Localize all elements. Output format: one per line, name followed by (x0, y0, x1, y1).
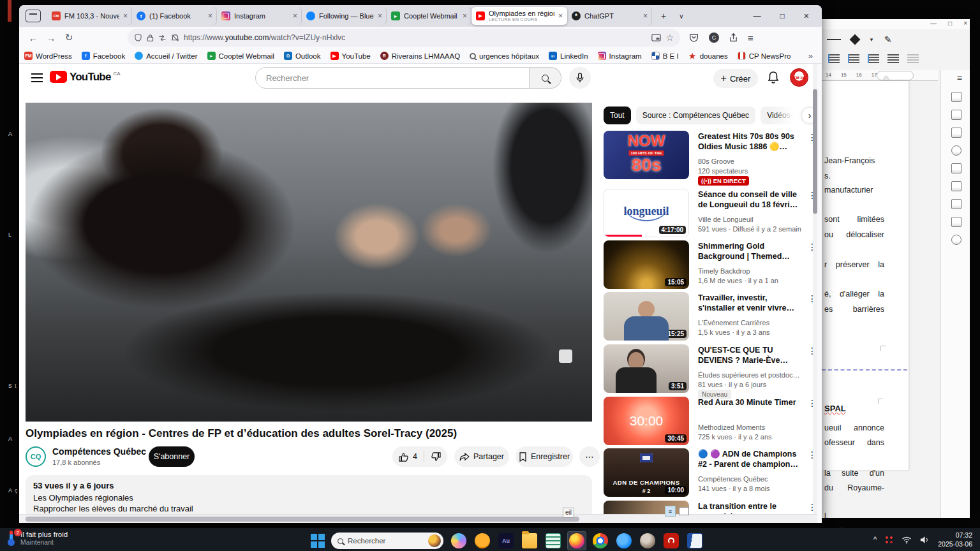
taskbar-app-button[interactable]: Au (496, 531, 516, 550)
suggested-video[interactable]: ADN DE CHAMPIONS # 2 10:00 🔵 🟣 ADN de Ch… (604, 448, 817, 498)
indent-increase-icon[interactable] (828, 54, 840, 63)
permissions-icon[interactable] (158, 34, 167, 41)
document-text-line[interactable]: ofesseur dans (824, 438, 884, 447)
writer-ruler[interactable]: 141516171819 (822, 70, 938, 81)
overlay-window-icon[interactable] (679, 507, 689, 515)
taskbar-app-button[interactable] (591, 531, 610, 550)
page-scrollbar-track[interactable] (813, 64, 817, 514)
thumbs-up-icon[interactable] (399, 452, 409, 462)
document-text-line[interactable]: Jean-François (824, 156, 884, 165)
suggested-video-title[interactable]: Séance du conseil de ville de Longueuil … (698, 189, 800, 210)
suggested-video-title[interactable]: Red Aura 30 Minute Timer (698, 397, 800, 408)
back-button[interactable]: ← (24, 33, 42, 43)
taskbar-app-button[interactable] (449, 531, 468, 550)
bookmark-item[interactable]: ▸ Cooptel Webmail (207, 52, 274, 60)
lock-icon[interactable] (147, 34, 154, 42)
sidebar-menu-icon[interactable]: ≡ (957, 73, 962, 83)
indent-marker-icon[interactable] (883, 76, 889, 80)
chevron-down-icon[interactable]: ▼ (869, 37, 874, 43)
video-thumbnail[interactable]: longueuil 4:17:00 (604, 189, 689, 237)
search-button[interactable] (530, 67, 561, 89)
browser-tab[interactable]: ▸ Cooptel Webmail :: Bo × (387, 7, 471, 25)
suggested-video-title[interactable]: Shimmering Gold Background | Themed Part… (698, 241, 800, 262)
properties-panel-icon[interactable] (951, 92, 961, 102)
suggested-video[interactable]: NOW 100 HITS OF THE 80s Greatest Hits 70… (604, 131, 817, 180)
ruler-tabstop[interactable] (877, 71, 914, 80)
bookmark-item[interactable]: Accueil / Twitter (135, 52, 197, 60)
suggested-video-title[interactable]: 🔵 🟣 ADN de Champions #2 - Parent de cham… (698, 449, 800, 470)
browser-tab[interactable]: ▶ Olympiades en région LECTURE EN COURS … (471, 7, 567, 25)
taskbar-app-button[interactable] (638, 531, 657, 550)
bookmark-item[interactable]: ★ douanes (688, 52, 728, 60)
bookmark-item[interactable]: f Facebook (82, 52, 126, 60)
shield-icon[interactable] (134, 33, 142, 42)
gallery-icon[interactable] (951, 128, 961, 138)
video-thumbnail[interactable] (604, 501, 689, 514)
taskbar-search-input[interactable]: Rechercher (331, 533, 443, 549)
window-close-button[interactable]: × (804, 11, 809, 21)
security-tray-icon[interactable] (885, 536, 893, 544)
window-minimize-button[interactable]: — (754, 11, 761, 20)
paragraph-spacing-icon[interactable] (887, 54, 899, 63)
subscribe-button[interactable]: S'abonner (149, 446, 195, 467)
page-panel-icon[interactable] (951, 163, 961, 173)
suggested-video-title[interactable]: Travailler, investir, s'installer et ven… (698, 293, 800, 314)
forward-button[interactable]: → (42, 33, 60, 43)
tab-close-icon[interactable]: × (378, 11, 382, 20)
guide-menu-icon[interactable] (31, 73, 43, 82)
url-text[interactable]: https://www.youtube.com/watch?v=IZUy-nHx… (184, 33, 647, 42)
start-button[interactable] (310, 533, 325, 548)
channel-name[interactable]: Compétences Québec (52, 446, 146, 457)
new-tab-button[interactable]: + (661, 11, 666, 21)
browser-tab[interactable]: Following — Bluesky × (302, 7, 387, 25)
video-thumbnail[interactable]: ADN DE CHAMPIONS # 2 10:00 (604, 448, 689, 497)
clock[interactable]: 07:32 2025-03-06 (938, 531, 976, 548)
document-text-line[interactable]: s. (824, 172, 884, 180)
page-scrollbar-thumb[interactable] (813, 89, 817, 214)
document-text-line[interactable]: es barrières (824, 305, 884, 314)
bookmark-item[interactable]: in LinkedIn (549, 52, 588, 60)
suggested-video[interactable]: 15:05 Shimmering Gold Background | Theme… (604, 240, 817, 290)
wifi-icon[interactable] (902, 536, 912, 544)
document-text-line[interactable]: SPAL (824, 404, 884, 413)
tab-close-icon[interactable]: × (463, 11, 467, 20)
bookmark-item[interactable]: R Riverains LHMAAAQ (380, 52, 460, 60)
document-text-line[interactable]: l. (824, 511, 884, 520)
document-text-line[interactable]: la suite d'un (824, 469, 884, 478)
suggested-video-channel[interactable]: Études supérieures et postdoctorale... (698, 371, 800, 379)
tab-close-icon[interactable]: × (293, 11, 297, 20)
taskbar-app-button[interactable] (614, 531, 634, 550)
manage-changes-icon[interactable] (951, 199, 961, 209)
document-text-line[interactable]: r préserver la (824, 260, 884, 269)
suggested-video[interactable]: 30:00 30:45 Red Aura 30 Minute Timer Met… (604, 397, 817, 446)
tab-close-icon[interactable]: × (208, 11, 212, 20)
taskbar-app-button[interactable] (520, 531, 539, 550)
document-text-line[interactable]: manufacturier (824, 186, 884, 195)
document-text-line[interactable]: ueuil annonce (824, 423, 884, 432)
menu-icon[interactable]: ≡ (748, 33, 754, 43)
youtube-logo[interactable]: YouTube CA (50, 71, 121, 83)
suggested-video[interactable]: 3:51 QU'EST-CE QUE TU DEVIENS ? Marie-Èv… (604, 344, 817, 394)
pocket-icon[interactable] (689, 33, 699, 42)
document-text-line[interactable]: du Royaume- (824, 483, 884, 492)
suggested-video[interactable]: longueuil 4:17:00 Séance du conseil de v… (604, 189, 817, 239)
browser-tab[interactable]: Instagram × (217, 7, 302, 25)
shape-tool-icon[interactable] (850, 34, 861, 45)
bookmark-item[interactable]: urgences hôpitaux (470, 52, 539, 60)
document-text-line[interactable]: ou délocaliser (824, 230, 884, 239)
weather-widget[interactable]: 2 Il fait plus froid Maintenant (6, 531, 68, 546)
more-actions-button[interactable]: ⋯ (579, 446, 600, 467)
video-player[interactable]: 0:12 / 1:06 ⚙ (26, 103, 592, 422)
taskbar-app-button[interactable] (567, 531, 586, 550)
writer-close-button[interactable]: × (963, 20, 967, 27)
video-thumbnail[interactable]: 3:51 (604, 344, 689, 393)
search-input[interactable]: Rechercher (255, 67, 530, 89)
document-text-line[interactable]: sont limitées (824, 215, 884, 224)
writer-maximize-button[interactable]: □ (948, 20, 952, 27)
voice-search-button[interactable] (569, 67, 591, 89)
suggested-video-title[interactable]: Greatest Hits 70s 80s 90s Oldies Music 1… (698, 131, 800, 152)
suggested-video-channel[interactable]: Methodized Moments (698, 423, 800, 431)
taskbar-app-button[interactable] (473, 531, 492, 550)
bookmark-star-icon[interactable]: ☆ (665, 33, 674, 43)
list-all-tabs-icon[interactable]: ∨ (679, 13, 683, 20)
